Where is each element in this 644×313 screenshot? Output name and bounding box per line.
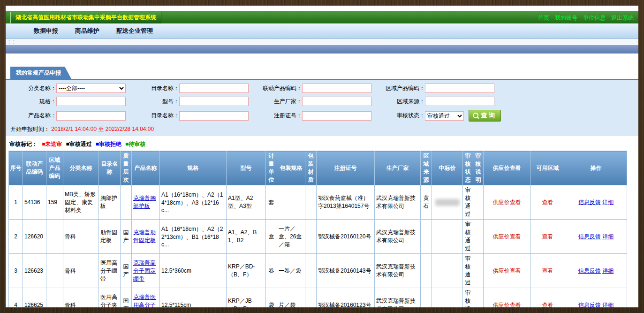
supply-price-link[interactable]: 供应价查看 [493,267,521,274]
cell-category: MB类、矫形固定、康复材料类 [63,185,99,220]
action-link-0[interactable]: 信息反馈 [578,302,601,308]
product-name-link[interactable]: 克瑞普肋骨固定板 [133,229,156,244]
input-region-product-code[interactable] [425,84,494,93]
cell-region-code [46,220,63,254]
col-header-supply-price: 供应价查看 [484,151,530,185]
cell-quality-level: 国产 [121,254,132,288]
field-label-linkage-product-code: 联动产品编码： [255,84,302,92]
input-spec[interactable] [56,97,126,106]
declare-time-value: 2018/2/1 14:04:00 至 2022/2/28 14:04:00 [51,126,154,132]
redacted-value [435,199,460,206]
supply-price-link[interactable]: 供应价查看 [493,199,521,206]
cell-linkage-code: 126620 [23,220,46,254]
form-field-model: 型号： [132,97,255,106]
legend-item-1: ■审核通过 [66,141,92,147]
product-name-link[interactable]: 克瑞普胸部护板 [133,195,156,209]
cell-bid-price [432,220,463,254]
cell-catalog: 肋骨固定板 [99,220,121,254]
cell-pack-material [305,254,317,288]
input-linkage-product-code[interactable] [302,84,371,93]
cell-pack-spec [277,185,305,220]
cell-region-source: 黄石 [421,185,432,220]
search-button[interactable]: 查 询 [469,110,501,122]
cell-region-source [421,220,432,254]
input-product-name[interactable] [56,111,126,121]
cell-region-available: 查看 [530,254,565,288]
field-label-cert-no: 注册证号： [255,112,302,120]
cell-audit-note [473,220,484,254]
action-link-1[interactable]: 详细 [602,302,614,308]
select-audit-status[interactable]: 审核通过 [425,111,464,121]
col-header-manufacturer: 生产厂家 [375,151,421,185]
input-catalog-name-1[interactable] [179,84,249,93]
menu-item-0[interactable]: 数据申报 [34,27,58,35]
cell-unit: 套 [266,185,277,220]
cell-audit-note [473,288,484,308]
table-row: 154136159MB类、矫形固定、康复材料类胸部护板克瑞普胸部护板A1（16*… [9,185,627,220]
search-icon [473,113,478,118]
cell-quality-level: 国产 [121,288,132,308]
action-link-1[interactable]: 详细 [602,267,614,274]
col-header-region-source: 区域来源 [421,151,432,185]
supply-price-link[interactable]: 供应价查看 [493,302,521,308]
menu-item-2[interactable]: 配送企业管理 [116,27,153,35]
field-label-product-name: 产品名称： [9,112,56,120]
cell-audit-status: 审核通过 [463,220,473,254]
cell-product-name: 克瑞普胸部护板 [132,185,160,220]
main-window: 湖北省高值医用耗材省市联动集中采购平台数据管理系统 首页我的账号单位信息退出系统… [6,6,638,307]
cell-supply-price: 供应价查看 [484,254,530,288]
action-link-1[interactable]: 详细 [602,199,614,206]
action-link-0[interactable]: 信息反馈 [578,199,601,206]
form-field-catalog-name-2: 目录名称： [132,110,255,122]
cell-region-code: 159 [46,185,63,220]
cell-audit-note [473,185,484,220]
top-link-1[interactable]: 我的账号 [555,15,577,21]
top-link-2[interactable]: 单位信息 [583,15,606,21]
panel-splitter[interactable]: ⋮⋮ [6,39,638,45]
cell-category: 骨科 [63,220,99,254]
col-header-cert-no: 注册证号 [317,151,375,185]
input-manufacturer[interactable] [302,97,371,106]
cell-audit-status: 审核通过 [463,254,473,288]
action-link-0[interactable]: 信息反馈 [578,233,601,240]
region-available-link[interactable]: 查看 [542,302,553,308]
cell-catalog: 医用高分子绷带 [99,254,121,288]
menu-item-1[interactable]: 商品维护 [75,27,99,35]
product-name-link[interactable]: 克瑞普医用高分子夹板 [133,294,156,308]
declare-time-row: 开始申报时间： 2018/2/1 14:04:00 至 2022/2/28 14… [6,125,638,133]
input-model[interactable] [179,97,249,106]
cell-model: KRP／BD-（B、F） [227,254,266,288]
cell-actions: 信息反馈 详细 [565,185,627,220]
field-label-audit-status: 审核状态： [378,112,425,120]
content-area: 我的常规产品申报 分类名称：----全部----目录名称：联动产品编码：区域产品… [6,53,638,307]
action-link-1[interactable]: 详细 [602,233,614,240]
input-catalog-name-2[interactable] [179,111,249,121]
cell-manufacturer: 武汉克瑞普新技术有限公司 [375,185,421,220]
field-label-model: 型号： [132,98,179,106]
col-header-linkage-code: 联动产品编码 [23,151,46,185]
tab-my-regular-product-declare[interactable]: 我的常规产品申报 [10,67,71,79]
input-cert-no[interactable] [302,111,371,121]
select-category[interactable]: ----全部---- [56,84,126,93]
col-header-seq: 序号 [9,151,23,185]
top-link-0[interactable]: 首页 [538,15,549,21]
region-available-link[interactable]: 查看 [542,267,553,274]
action-link-0[interactable]: 信息反馈 [578,267,601,274]
region-available-link[interactable]: 查看 [542,199,553,206]
col-header-actions: 操作 [565,151,627,185]
table-row: 2126620骨科肋骨固定板国产克瑞普肋骨固定板A1（16*18cm）、A2（2… [9,220,627,254]
top-link-3[interactable]: 退出系统 [611,15,634,21]
tab-row: 我的常规产品申报 [6,67,638,79]
app-title: 湖北省高值医用耗材省市联动集中采购平台数据管理系统 [10,12,161,23]
cell-seq: 2 [9,220,23,254]
product-name-link[interactable]: 克瑞普高分子固定绷带 [133,260,156,282]
cell-actions: 信息反馈 详细 [565,254,627,288]
region-available-link[interactable]: 查看 [542,233,553,240]
legend-item-2: ■审核拒绝 [96,141,121,147]
declare-time-label: 开始申报时间： [10,126,50,132]
supply-price-link[interactable]: 供应价查看 [493,233,521,240]
app-header: 湖北省高值医用耗材省市联动集中采购平台数据管理系统 首页我的账号单位信息退出系统 [6,11,638,23]
cell-cert-no: 鄂汉械备20160143号 [317,254,375,288]
cell-audit-note [473,254,484,288]
input-region-source[interactable] [425,97,494,106]
